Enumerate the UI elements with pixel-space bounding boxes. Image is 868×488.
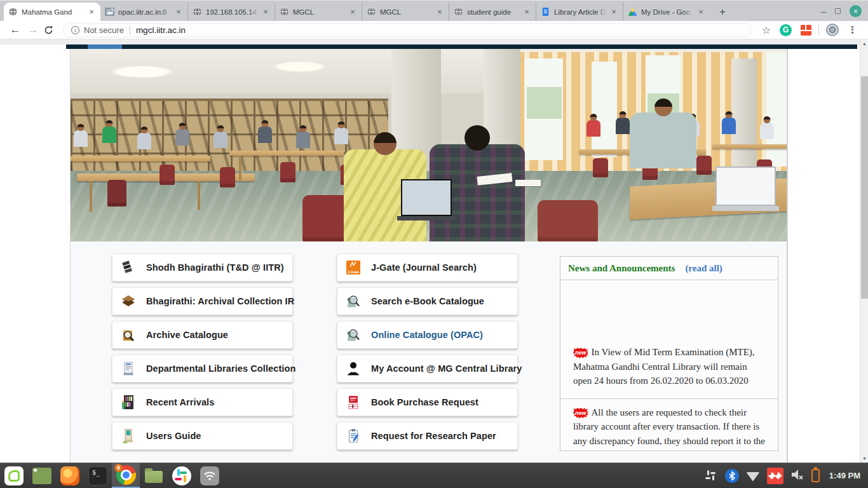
tab-close-icon[interactable]: × xyxy=(261,8,270,17)
tab-library-article[interactable]: Library Article D × xyxy=(536,3,623,21)
globe-favicon xyxy=(454,7,463,17)
tab-close-icon[interactable]: × xyxy=(522,8,531,17)
news-item-text: In View of Mid Term Examination (MTE), M… xyxy=(573,347,755,386)
mint-menu-button[interactable] xyxy=(0,463,28,488)
window-controls: – × xyxy=(821,5,862,17)
photo-pillar xyxy=(731,58,757,176)
tab-opac[interactable]: opac.iitr.ac.in:8 × xyxy=(100,3,187,21)
volume-muted-icon[interactable] xyxy=(790,468,804,484)
address-bar[interactable]: i Not secure mgcl.iitr.ac.in xyxy=(63,23,752,37)
tab-mgcl-2[interactable]: MGCL × xyxy=(362,3,449,21)
toolbar-separator xyxy=(818,25,819,36)
link-bhagirathi-archival[interactable]: Bhagirathi: Archival Collection IR xyxy=(112,287,293,315)
wifi-signal-icon[interactable] xyxy=(746,472,760,482)
browser-titlebar: Mahatma Gand × opac.iitr.ac.in:8 × 192.1… xyxy=(0,0,868,21)
restore-button[interactable] xyxy=(835,8,841,14)
url-text[interactable]: mgcl.iitr.ac.in xyxy=(136,25,186,35)
link-recent-arrivals[interactable]: Recent Arrivals xyxy=(112,388,293,416)
firefox-launcher[interactable] xyxy=(56,463,84,488)
browser-toolbar: ← → i Not secure mgcl.iitr.ac.in ☆ G ⋮ xyxy=(0,21,868,39)
news-title: News and Announcements xyxy=(568,263,675,274)
files-launcher[interactable] xyxy=(140,463,168,488)
google-drive-favicon xyxy=(628,7,637,17)
tab-close-icon[interactable]: × xyxy=(348,8,357,17)
link-departmental-libraries[interactable]: Departmental Libraries Collection xyxy=(112,355,293,383)
content-card: Shodh Bhagirathi (T&D @ IITR) Bhagirathi… xyxy=(70,49,788,463)
link-label: Departmental Libraries Collection xyxy=(146,363,295,374)
tab-close-icon[interactable]: × xyxy=(696,8,705,17)
profile-avatar[interactable] xyxy=(826,24,839,36)
link-shodh-bhagirathi[interactable]: Shodh Bhagirathi (T&D @ IITR) xyxy=(112,254,293,281)
show-desktop-button[interactable] xyxy=(28,463,56,488)
bluetooth-icon[interactable] xyxy=(725,469,739,483)
read-all-link[interactable]: (read all) xyxy=(685,263,722,274)
page-scrollbar[interactable]: ▲ ▼ xyxy=(860,39,868,463)
new-tab-button[interactable]: + xyxy=(714,3,731,21)
photo-paper xyxy=(515,180,541,186)
webpage-viewport: Shodh Bhagirathi (T&D @ IITR) Bhagirathi… xyxy=(0,39,868,463)
tab-student-guide[interactable]: student guide × xyxy=(449,3,536,21)
news-body: newIn View of Mid Term Examination (MTE)… xyxy=(560,280,778,451)
photo-laptop xyxy=(401,179,456,220)
scrollbar-thumb[interactable] xyxy=(861,76,868,299)
link-label: Shodh Bhagirathi (T&D @ IITR) xyxy=(146,262,284,273)
minimize-button[interactable]: – xyxy=(821,8,826,15)
terminal-launcher[interactable]: $_ xyxy=(84,463,112,488)
tab-title: MGCL xyxy=(293,8,346,16)
anydesk-icon[interactable] xyxy=(767,468,783,484)
slack-launcher[interactable] xyxy=(168,463,196,488)
broken-image-favicon xyxy=(105,7,114,17)
tab-close-icon[interactable]: × xyxy=(609,8,618,17)
orange-extension-icon[interactable] xyxy=(801,25,811,36)
link-archive-catalogue[interactable]: Archive Catalogue xyxy=(112,321,293,349)
link-label: My Account @ MG Central Library xyxy=(371,363,522,374)
link-label: Recent Arrivals xyxy=(146,397,214,407)
link-users-guide[interactable]: Users Guide xyxy=(112,422,293,450)
thesis-books-icon xyxy=(120,259,137,276)
archive-search-icon xyxy=(120,327,137,343)
library-photo xyxy=(71,49,787,241)
slack-tray-icon[interactable] xyxy=(704,469,718,483)
slack-icon xyxy=(172,466,191,485)
link-label: Search e-Book Catalogue xyxy=(371,296,484,306)
link-jgate[interactable]: J-Gate J-Gate (Journal Search) xyxy=(337,254,518,281)
forward-button[interactable]: → xyxy=(24,24,42,36)
link-online-catalogue-opac[interactable]: Online Catalogue (OPAC) xyxy=(337,321,518,349)
network-tool-launcher[interactable] xyxy=(196,463,224,488)
link-request-research-paper[interactable]: Request for Research Paper xyxy=(337,422,518,450)
browser-menu-icon[interactable]: ⋮ xyxy=(848,24,857,36)
quick-links-column-2: J-Gate J-Gate (Journal Search) Search e-… xyxy=(337,254,518,456)
user-icon xyxy=(345,360,362,377)
tab-close-icon[interactable]: × xyxy=(87,8,96,17)
battery-icon[interactable] xyxy=(811,469,820,482)
scroll-up-arrow[interactable]: ▲ xyxy=(860,41,868,46)
link-search-ebook-catalogue[interactable]: Search e-Book Catalogue xyxy=(337,287,518,315)
page-top-gap xyxy=(0,39,868,44)
bookmark-star-icon[interactable]: ☆ xyxy=(762,24,771,36)
tab-title: MGCL xyxy=(380,8,433,16)
opac-search-icon xyxy=(345,327,362,343)
tab-close-icon[interactable]: × xyxy=(174,8,183,17)
site-nav-active-item[interactable] xyxy=(88,44,122,49)
globe-favicon xyxy=(8,7,18,17)
link-book-purchase-request[interactable]: Book Purchase Request xyxy=(337,388,518,416)
tab-ip-address[interactable]: 192.168.105.14 × xyxy=(187,3,275,21)
tab-close-icon[interactable]: × xyxy=(435,8,444,17)
info-icon[interactable]: i xyxy=(71,26,79,34)
link-label: Users Guide xyxy=(146,431,201,441)
tab-strip: Mahatma Gand × opac.iitr.ac.in:8 × 192.1… xyxy=(4,3,731,21)
back-button[interactable]: ← xyxy=(6,24,24,36)
scroll-down-arrow[interactable]: ▼ xyxy=(860,456,868,461)
close-window-button[interactable]: × xyxy=(850,5,862,17)
dept-kiosk-icon xyxy=(120,360,137,377)
reload-button[interactable] xyxy=(43,25,54,36)
archival-book-icon xyxy=(120,293,137,309)
grammarly-extension-icon[interactable]: G xyxy=(780,24,792,36)
chrome-launcher[interactable]: 6 xyxy=(112,463,140,488)
site-navbar xyxy=(66,44,857,49)
tab-my-drive[interactable]: My Drive - Goo × xyxy=(623,3,710,21)
taskbar-clock[interactable]: 1:49 PM xyxy=(829,471,860,480)
tab-mgcl-1[interactable]: MGCL × xyxy=(275,3,362,21)
link-my-account[interactable]: My Account @ MG Central Library xyxy=(337,355,518,383)
tab-mahatma-gandhi[interactable]: Mahatma Gand × xyxy=(4,3,100,21)
